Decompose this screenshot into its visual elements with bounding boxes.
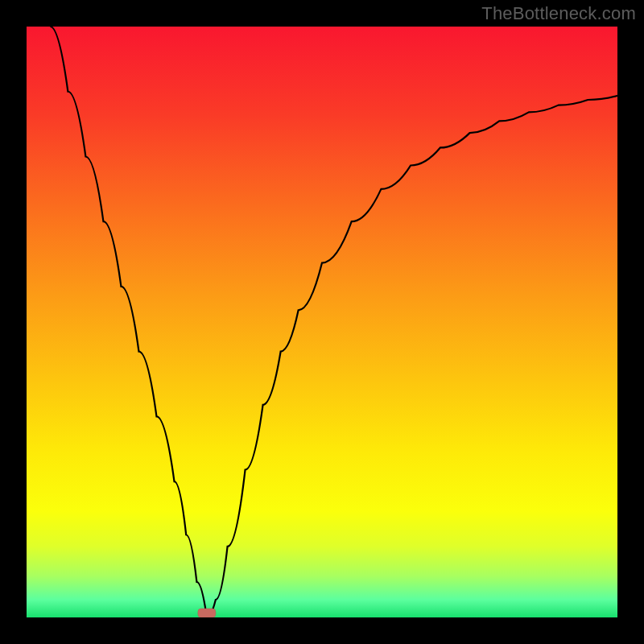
gradient-background <box>27 27 617 617</box>
watermark-text: TheBottleneck.com <box>481 3 636 24</box>
minimum-marker <box>198 609 216 617</box>
plot-area <box>27 27 617 617</box>
chart-frame: TheBottleneck.com <box>0 0 644 644</box>
chart-svg <box>27 27 617 617</box>
